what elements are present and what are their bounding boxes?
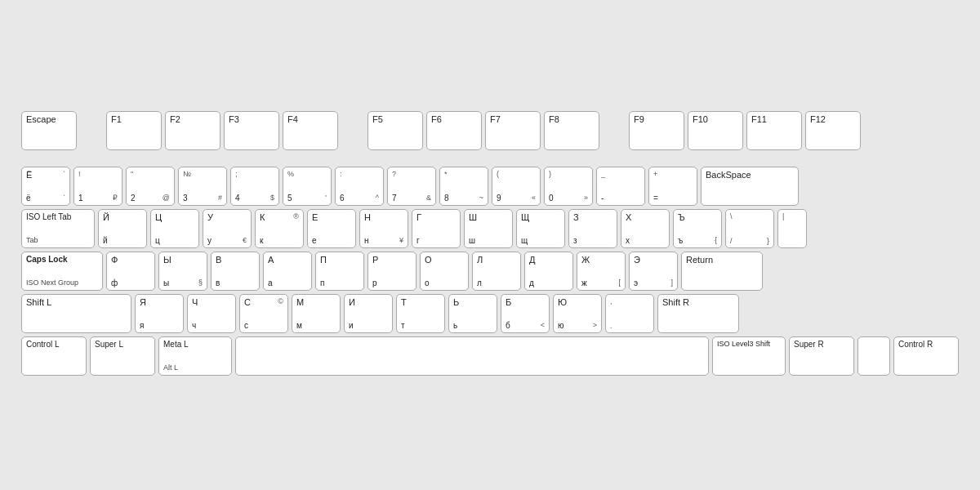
key-5[interactable]: % 5' bbox=[283, 167, 332, 206]
key-u[interactable]: У у€ bbox=[203, 209, 252, 248]
key-4[interactable]: ; 4$ bbox=[230, 167, 279, 206]
key-6[interactable]: : 6^ bbox=[335, 167, 384, 206]
key-capslock[interactable]: Caps Lock ISO Next Group bbox=[21, 252, 103, 291]
key-f7[interactable]: F7 bbox=[485, 111, 541, 150]
key-meta-alt-left[interactable]: Meta L Alt L bbox=[158, 336, 232, 376]
key-tab[interactable]: ISO Left Tab Tab bbox=[21, 209, 95, 248]
key-f4[interactable]: F4 bbox=[283, 111, 338, 150]
key-che[interactable]: Ч ч bbox=[187, 294, 236, 333]
key-hard-sign[interactable]: Ъ ъ{ bbox=[673, 209, 722, 248]
key-ya[interactable]: Я я bbox=[135, 294, 184, 333]
key-iso-level3-shift[interactable]: ISO Level3 Shift bbox=[712, 336, 786, 376]
key-en[interactable]: Н н¥ bbox=[359, 209, 408, 248]
key-f8[interactable]: F8 bbox=[544, 111, 599, 150]
fn-row: Escape F1 F2 F3 F4 F5 F6 F7 F8 F9 F10 F1… bbox=[21, 111, 959, 150]
key-ve[interactable]: В в bbox=[211, 252, 260, 291]
key-pe[interactable]: П п bbox=[315, 252, 364, 291]
tab-row: ISO Left Tab Tab Й й Ц ц У у€ К® к Е е bbox=[21, 209, 959, 248]
key-control-left[interactable]: Control L bbox=[21, 336, 87, 376]
key-8[interactable]: * 8~ bbox=[439, 167, 488, 206]
key-super-right[interactable]: Super R bbox=[789, 336, 854, 376]
key-yeru[interactable]: Ы ы§ bbox=[158, 252, 207, 291]
key-backslash[interactable]: \ /} bbox=[725, 209, 774, 248]
key-7[interactable]: ? 7& bbox=[387, 167, 436, 206]
key-ka[interactable]: К® к bbox=[255, 209, 304, 248]
key-i[interactable]: И и bbox=[344, 294, 393, 333]
shift-row: Shift L Я я Ч ч С© с М м И и Т т bbox=[21, 294, 959, 333]
key-2[interactable]: " 2@ bbox=[126, 167, 175, 206]
key-o[interactable]: О о bbox=[420, 252, 469, 291]
key-backspace[interactable]: BackSpace bbox=[701, 167, 799, 206]
number-row: Ё` ё` ! 1₽ " 2@ № 3# ; 4$ % 5' : bbox=[21, 167, 959, 206]
key-el[interactable]: Л л bbox=[472, 252, 521, 291]
key-f3[interactable]: F3 bbox=[224, 111, 279, 150]
key-space[interactable] bbox=[235, 336, 709, 376]
key-te[interactable]: Т т bbox=[396, 294, 445, 333]
key-f9[interactable]: F9 bbox=[629, 111, 684, 150]
key-escape[interactable]: Escape bbox=[21, 111, 77, 150]
key-control-right[interactable]: Control R bbox=[893, 336, 959, 376]
key-sha[interactable]: Ш ш bbox=[464, 209, 513, 248]
capslock-row: Caps Lock ISO Next Group Ф ф Ы ы§ В в А … bbox=[21, 252, 959, 291]
key-equals[interactable]: + = bbox=[648, 167, 697, 206]
key-blank[interactable] bbox=[858, 336, 890, 376]
key-shift-left[interactable]: Shift L bbox=[21, 294, 131, 333]
key-shcha[interactable]: Щ щ bbox=[516, 209, 565, 248]
key-ge[interactable]: Г г bbox=[412, 209, 461, 248]
key-a[interactable]: А а bbox=[263, 252, 312, 291]
key-e[interactable]: Э э] bbox=[629, 252, 678, 291]
bottom-row: Control L Super L Meta L Alt L ISO Level… bbox=[21, 336, 959, 376]
key-f11[interactable]: F11 bbox=[746, 111, 802, 150]
key-er[interactable]: Р р bbox=[368, 252, 416, 291]
key-shift-right[interactable]: Shift R bbox=[657, 294, 739, 333]
key-tse[interactable]: Ц ц bbox=[150, 209, 199, 248]
key-ye[interactable]: Е е bbox=[307, 209, 356, 248]
key-kha[interactable]: Х х bbox=[621, 209, 670, 248]
key-cyrillic-short-i[interactable]: Й й bbox=[98, 209, 147, 248]
key-3[interactable]: № 3# bbox=[178, 167, 227, 206]
key-em[interactable]: М м bbox=[292, 294, 341, 333]
key-return[interactable]: Return bbox=[681, 252, 763, 291]
key-1[interactable]: ! 1₽ bbox=[74, 167, 122, 206]
key-de[interactable]: Д д bbox=[524, 252, 573, 291]
key-be[interactable]: Б б< bbox=[501, 294, 550, 333]
key-super-left[interactable]: Super L bbox=[90, 336, 155, 376]
key-ef[interactable]: Ф ф bbox=[106, 252, 155, 291]
key-9[interactable]: ( 9« bbox=[492, 167, 541, 206]
key-yu[interactable]: Ю ю> bbox=[553, 294, 602, 333]
key-zhe[interactable]: Ж ж[ bbox=[577, 252, 626, 291]
key-soft-sign[interactable]: Ь ь bbox=[448, 294, 497, 333]
key-es[interactable]: С© с bbox=[239, 294, 288, 333]
key-f12[interactable]: F12 bbox=[805, 111, 861, 150]
key-comma[interactable]: , . bbox=[605, 294, 654, 333]
key-f2[interactable]: F2 bbox=[165, 111, 220, 150]
key-f6[interactable]: F6 bbox=[426, 111, 482, 150]
keyboard: Escape F1 F2 F3 F4 F5 F6 F7 F8 F9 F10 F1… bbox=[8, 96, 972, 394]
key-f5[interactable]: F5 bbox=[368, 111, 423, 150]
key-yo[interactable]: Ё` ё` bbox=[21, 167, 70, 206]
key-0[interactable]: ) 0» bbox=[544, 167, 593, 206]
key-f1[interactable]: F1 bbox=[106, 111, 162, 150]
key-pipe[interactable]: | bbox=[777, 209, 807, 248]
key-f10[interactable]: F10 bbox=[688, 111, 743, 150]
key-minus[interactable]: _ - bbox=[596, 167, 645, 206]
key-ze[interactable]: З з bbox=[568, 209, 617, 248]
